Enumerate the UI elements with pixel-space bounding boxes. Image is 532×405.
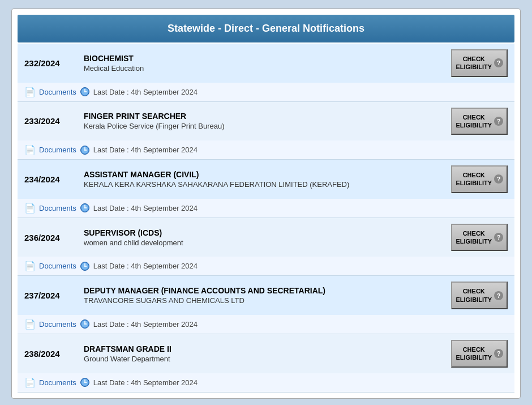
help-icon: ? (494, 349, 503, 358)
documents-link[interactable]: Documents (39, 146, 76, 154)
clock-icon (80, 319, 90, 329)
document-row: 📄 Documents Last Date : 4th September 20… (18, 140, 514, 159)
documents-link[interactable]: Documents (39, 88, 76, 96)
job-info: DEPUTY MANAGER (FINANCE ACCOUNTS AND SEC… (84, 286, 445, 305)
notification-row: 238/2024 DRAFTSMAN GRADE II Ground Water… (18, 334, 514, 373)
job-department: women and child development (84, 238, 445, 247)
pdf-icon: 📄 (24, 377, 36, 388)
ref-number: 232/2024 (24, 58, 78, 68)
job-title: DEPUTY MANAGER (FINANCE ACCOUNTS AND SEC… (84, 286, 445, 295)
check-eligibility-button[interactable]: CHECK ELIGIBILITY ? (451, 108, 508, 135)
job-info: ASSISTANT MANAGER (CIVIL) KERALA KERA KA… (84, 170, 445, 189)
check-eligibility-label: CHECK ELIGIBILITY (456, 287, 492, 304)
ref-number: 237/2024 (24, 291, 78, 300)
svg-point-14 (84, 207, 85, 208)
check-eligibility-button[interactable]: CHECK ELIGIBILITY ? (451, 340, 508, 368)
check-eligibility-button[interactable]: CHECK ELIGIBILITY ? (451, 49, 508, 77)
document-row: 📄 Documents Last Date : 4th September 20… (18, 373, 514, 392)
pdf-icon: 📄 (24, 319, 36, 330)
job-info: FINGER PRINT SEARCHER Kerala Police Serv… (84, 112, 445, 130)
help-icon: ? (494, 174, 503, 184)
documents-link[interactable]: Documents (39, 204, 76, 212)
check-eligibility-button[interactable]: CHECK ELIGIBILITY ? (451, 224, 508, 251)
clock-icon (80, 377, 90, 387)
document-row: 📄 Documents Last Date : 4th September 20… (18, 83, 514, 101)
header-title: Statewide - Direct - General Notificatio… (168, 23, 364, 34)
document-row: 📄 Documents Last Date : 4th September 20… (18, 315, 514, 334)
notification-block: 233/2024 FINGER PRINT SEARCHER Kerala Po… (18, 102, 514, 160)
section-header: Statewide - Direct - General Notificatio… (18, 15, 514, 42)
ref-number: 233/2024 (24, 116, 78, 126)
clock-icon (80, 87, 90, 97)
document-row: 📄 Documents Last Date : 4th September 20… (18, 199, 514, 218)
ref-number: 238/2024 (24, 349, 78, 359)
main-container: Statewide - Direct - General Notificatio… (11, 8, 521, 399)
job-department: TRAVANCORE SUGARS AND CHEMICALS LTD (84, 296, 445, 305)
last-date: Last Date : 4th September 2024 (93, 146, 198, 154)
svg-point-29 (84, 382, 85, 383)
last-date: Last Date : 4th September 2024 (93, 262, 198, 270)
ref-number: 234/2024 (24, 174, 78, 184)
pdf-icon: 📄 (24, 87, 36, 97)
job-info: BIOCHEMIST Medical Education (84, 54, 445, 73)
pdf-icon: 📄 (24, 144, 36, 155)
last-date: Last Date : 4th September 2024 (93, 378, 198, 387)
check-eligibility-label: CHECK ELIGIBILITY (456, 229, 492, 246)
svg-point-19 (84, 266, 85, 267)
check-eligibility-label: CHECK ELIGIBILITY (456, 346, 492, 362)
ref-number: 236/2024 (24, 233, 78, 242)
job-info: DRAFTSMAN GRADE II Ground Water Departme… (84, 344, 445, 363)
job-info: SUPERVISOR (ICDS) women and child develo… (84, 228, 445, 247)
job-department: Ground Water Department (84, 355, 445, 363)
clock-icon (80, 145, 90, 155)
last-date: Last Date : 4th September 2024 (93, 204, 198, 212)
job-title: BIOCHEMIST (84, 54, 445, 63)
check-eligibility-button[interactable]: CHECK ELIGIBILITY ? (451, 165, 508, 193)
notification-block: 236/2024 SUPERVISOR (ICDS) women and chi… (18, 218, 514, 276)
help-icon: ? (494, 233, 503, 242)
documents-link[interactable]: Documents (39, 262, 76, 270)
notification-block: 234/2024 ASSISTANT MANAGER (CIVIL) KERAL… (18, 160, 514, 218)
svg-point-4 (84, 91, 85, 92)
last-date: Last Date : 4th September 2024 (93, 88, 198, 96)
svg-point-24 (84, 323, 85, 325)
notification-block: 232/2024 BIOCHEMIST Medical Education CH… (18, 44, 514, 102)
notification-row: 236/2024 SUPERVISOR (ICDS) women and chi… (18, 218, 514, 257)
job-title: DRAFTSMAN GRADE II (84, 344, 445, 353)
help-icon: ? (494, 58, 503, 67)
clock-icon (80, 203, 90, 213)
notifications-list: 232/2024 BIOCHEMIST Medical Education CH… (18, 44, 514, 393)
notification-row: 232/2024 BIOCHEMIST Medical Education CH… (18, 44, 514, 83)
pdf-icon: 📄 (24, 203, 36, 214)
check-eligibility-label: CHECK ELIGIBILITY (456, 171, 492, 187)
documents-link[interactable]: Documents (39, 320, 76, 329)
notification-row: 233/2024 FINGER PRINT SEARCHER Kerala Po… (18, 102, 514, 141)
job-department: Medical Education (84, 64, 445, 73)
job-title: ASSISTANT MANAGER (CIVIL) (84, 170, 445, 179)
notification-block: 238/2024 DRAFTSMAN GRADE II Ground Water… (18, 334, 514, 393)
notification-row: 234/2024 ASSISTANT MANAGER (CIVIL) KERAL… (18, 160, 514, 199)
help-icon: ? (494, 291, 503, 300)
documents-link[interactable]: Documents (39, 378, 76, 387)
job-department: Kerala Police Service (Finger Print Bure… (84, 122, 445, 130)
job-title: FINGER PRINT SEARCHER (84, 112, 445, 121)
svg-point-9 (84, 150, 85, 151)
check-eligibility-label: CHECK ELIGIBILITY (456, 55, 492, 71)
check-eligibility-label: CHECK ELIGIBILITY (456, 113, 492, 130)
check-eligibility-button[interactable]: CHECK ELIGIBILITY ? (451, 282, 508, 309)
notification-row: 237/2024 DEPUTY MANAGER (FINANCE ACCOUNT… (18, 276, 514, 315)
notification-block: 237/2024 DEPUTY MANAGER (FINANCE ACCOUNT… (18, 276, 514, 334)
pdf-icon: 📄 (24, 261, 36, 271)
job-title: SUPERVISOR (ICDS) (84, 228, 445, 237)
clock-icon (80, 261, 90, 271)
job-department: KERALA KERA KARSHAKA SAHAKARANA FEDERATI… (84, 180, 445, 189)
last-date: Last Date : 4th September 2024 (93, 320, 198, 329)
help-icon: ? (494, 117, 503, 126)
document-row: 📄 Documents Last Date : 4th September 20… (18, 257, 514, 275)
